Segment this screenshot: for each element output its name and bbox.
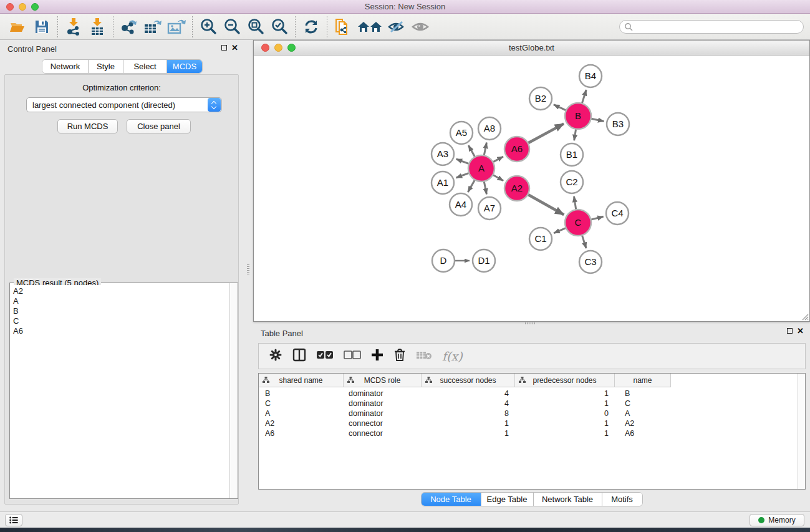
float-table-panel-icon[interactable]: [787, 328, 793, 334]
mcds-result-item[interactable]: A: [13, 296, 229, 306]
export-network-icon: [120, 18, 138, 36]
toolbar-separator: [192, 16, 193, 37]
zoom-network-icon[interactable]: [287, 44, 296, 52]
cell-predecessor-nodes: 1: [515, 389, 615, 399]
table-row[interactable]: A6connector11A6: [259, 428, 798, 438]
column-header-name[interactable]: name: [615, 374, 671, 387]
refresh-button[interactable]: [299, 16, 323, 38]
graph-node-label: B3: [612, 118, 624, 129]
memory-button[interactable]: Memory: [750, 514, 804, 526]
hide-selected-button[interactable]: [385, 16, 408, 38]
graph-edge-A-A8[interactable]: [484, 143, 487, 157]
toolbar-separator: [57, 16, 58, 37]
memory-status-icon: [758, 517, 764, 523]
cell-MCDS-role: connector: [344, 418, 422, 428]
close-network-icon[interactable]: [261, 44, 269, 52]
tab-select[interactable]: Select: [123, 60, 167, 73]
zoom-fit-button[interactable]: [244, 16, 268, 38]
close-table-panel-icon[interactable]: ✕: [797, 328, 804, 334]
tab-network[interactable]: Network: [42, 60, 89, 73]
zoom-in-icon: [200, 18, 217, 36]
mcds-result-item[interactable]: A2: [13, 286, 229, 296]
close-panel-button[interactable]: Close panel: [127, 119, 191, 133]
network-window-titlebar[interactable]: testGlobe.txt: [254, 41, 809, 56]
import-network-button[interactable]: [62, 16, 85, 38]
settings-gear-button[interactable]: [269, 348, 282, 364]
tab-node-table[interactable]: Node Table: [422, 493, 481, 506]
graph-edge-C-C3[interactable]: [582, 234, 586, 248]
tab-style[interactable]: Style: [89, 60, 123, 73]
run-mcds-button[interactable]: Run MCDS: [57, 119, 118, 133]
graph-edge-B-B2[interactable]: [554, 105, 567, 111]
graph-edge-A2-C[interactable]: [527, 194, 564, 215]
table-scrollbar[interactable]: [798, 374, 805, 489]
column-header-predecessor-nodes[interactable]: predecessor nodes: [515, 374, 615, 387]
minimize-window-icon[interactable]: [19, 3, 26, 11]
duplicate-network-icon: [334, 17, 352, 37]
zoom-selected-button[interactable]: [268, 16, 291, 38]
mcds-result-item[interactable]: C: [13, 316, 229, 326]
export-table-button[interactable]: [141, 16, 165, 38]
column-header-shared-name[interactable]: shared name: [259, 374, 344, 387]
import-table-button[interactable]: [85, 16, 109, 38]
show-all-button[interactable]: [408, 16, 432, 38]
criterion-dropdown[interactable]: largest connected component (directed): [26, 97, 222, 112]
search-field[interactable]: [619, 20, 804, 34]
duplicate-network-button[interactable]: [331, 16, 355, 38]
add-column-button[interactable]: [371, 349, 383, 364]
search-input[interactable]: [633, 22, 803, 31]
tab-mcds[interactable]: MCDS: [167, 60, 202, 73]
function-builder-button[interactable]: f(x): [442, 349, 463, 363]
vertical-splitter-handle[interactable]: [247, 264, 249, 274]
network-graph[interactable]: AA6A2BCA5A8A3A1A4A7B2B4B3B1C2C4C1C3DD1: [254, 56, 809, 321]
tab-edge-table[interactable]: Edge Table: [481, 493, 534, 506]
graph-edge-A-A1[interactable]: [456, 173, 471, 178]
graph-node-label: A1: [437, 177, 448, 188]
graph-edge-C-C4[interactable]: [589, 216, 603, 220]
graph-edge-A-A4[interactable]: [468, 179, 475, 192]
export-image-button[interactable]: [165, 16, 188, 38]
first-neighbors-button[interactable]: [355, 16, 385, 38]
zoom-out-button[interactable]: [220, 16, 244, 38]
resize-grip-icon[interactable]: [800, 312, 809, 321]
table-row[interactable]: Adominator80A: [259, 409, 798, 418]
table-row[interactable]: Cdominator41C: [259, 399, 798, 409]
graph-edge-A-A3[interactable]: [456, 159, 471, 164]
tab-network-table[interactable]: Network Table: [534, 493, 602, 506]
tab-motifs[interactable]: Motifs: [602, 493, 642, 506]
graph-edge-A-A7[interactable]: [484, 180, 487, 195]
cell-successor-nodes: 8: [422, 409, 515, 418]
delete-column-button[interactable]: [393, 348, 406, 364]
graph-edge-B-B4[interactable]: [582, 90, 586, 105]
table-row[interactable]: Bdominator41B: [259, 389, 798, 399]
deselect-all-columns-button[interactable]: [344, 351, 361, 362]
column-header-MCDS-role[interactable]: MCDS role: [344, 374, 422, 387]
column-layout-button[interactable]: [292, 348, 306, 364]
close-window-icon[interactable]: [6, 3, 14, 11]
cell-successor-nodes: 1: [422, 428, 515, 438]
graph-edge-C-C1[interactable]: [554, 228, 567, 233]
save-session-button[interactable]: [30, 16, 54, 38]
graph-edge-C-C2[interactable]: [574, 196, 576, 211]
delete-table-button[interactable]: [416, 350, 432, 362]
result-scrollbar[interactable]: [229, 283, 238, 498]
minimize-network-icon[interactable]: [274, 44, 282, 52]
column-header-successor-nodes[interactable]: successor nodes: [422, 374, 515, 387]
save-floppy-icon: [34, 19, 49, 34]
mcds-result-item[interactable]: B: [13, 306, 229, 316]
close-panel-icon[interactable]: ✕: [231, 45, 238, 51]
select-all-columns-button[interactable]: [316, 351, 334, 362]
table-row[interactable]: A2connector11A2: [259, 418, 798, 428]
table-panel-title: Table Panel: [261, 329, 303, 338]
graph-edge-A-A5[interactable]: [468, 145, 475, 158]
open-session-button[interactable]: [6, 16, 30, 38]
float-panel-icon[interactable]: [221, 45, 227, 51]
graph-edge-A6-B[interactable]: [527, 123, 564, 143]
zoom-window-icon[interactable]: [31, 3, 39, 11]
graph-edge-B-B3[interactable]: [590, 118, 604, 122]
mcds-result-list[interactable]: A2ABCA6: [11, 285, 229, 498]
mcds-result-item[interactable]: A6: [13, 326, 229, 336]
export-network-button[interactable]: [117, 16, 141, 38]
task-history-button[interactable]: [5, 514, 22, 526]
zoom-in-button[interactable]: [196, 16, 220, 38]
